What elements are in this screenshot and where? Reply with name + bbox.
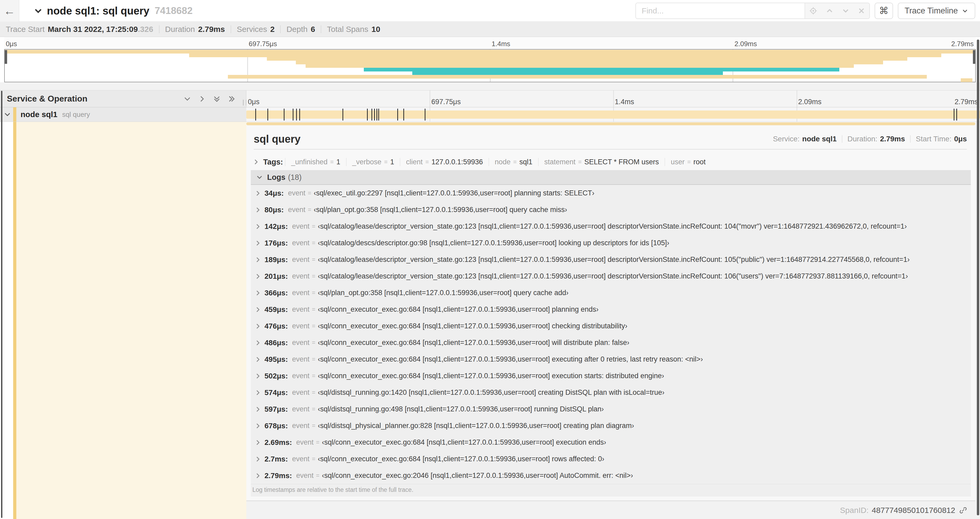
log-timestamp: 597μs:	[264, 405, 288, 414]
collapse-one-chevron-down-icon[interactable]	[183, 95, 191, 103]
log-timestamp: 678μs:	[264, 422, 288, 430]
log-timestamp: 2.79ms:	[264, 471, 292, 480]
service-color-stripe	[13, 107, 16, 121]
log-row[interactable]: 486μs:event=‹sql/conn_executor_exec.go:6…	[251, 334, 971, 351]
tag-pair: _unfinished=1	[285, 158, 346, 166]
log-row[interactable]: 176μs:event=‹sql/catalog/descs/descripto…	[251, 235, 971, 251]
collapse-all-double-chevron-down-icon[interactable]	[213, 95, 221, 103]
row-collapse-chevron-down-icon[interactable]	[4, 111, 11, 118]
minimap-canvas[interactable]	[4, 49, 976, 82]
log-expand-chevron-right-icon[interactable]	[255, 206, 261, 213]
equals-sign: =	[312, 455, 315, 463]
trace-view-dropdown[interactable]: Trace Timeline	[898, 3, 975, 19]
summary-value: 10	[371, 25, 380, 34]
log-row[interactable]: 678μs:event=‹sql/distsql_physical_planne…	[251, 417, 971, 434]
expand-one-chevron-right-icon[interactable]	[198, 95, 206, 103]
log-expand-chevron-right-icon[interactable]	[255, 339, 261, 346]
tag-value: root	[694, 158, 706, 166]
column-resize-handle[interactable]	[243, 100, 247, 105]
log-field-key: event	[292, 405, 310, 413]
find-next-chevron-down-icon[interactable]	[842, 7, 850, 14]
collapse-all-chevron-down-icon[interactable]	[34, 6, 43, 15]
log-row[interactable]: 201μs:event=‹sql/catalog/lease/descripto…	[251, 268, 971, 284]
log-row[interactable]: 142μs:event=‹sql/catalog/lease/descripto…	[251, 218, 971, 235]
span-duration-bar[interactable]	[246, 110, 980, 119]
log-field-key: event	[292, 388, 310, 397]
log-row[interactable]: 366μs:event=‹sql/plan_opt.go:358 [nsql1,…	[251, 284, 971, 301]
log-field-value: ‹sql/conn_executor_exec.go:684 [nsql1,cl…	[318, 372, 664, 380]
log-expand-chevron-right-icon[interactable]	[255, 240, 261, 247]
ruler-tick-label: 2.79ms	[951, 40, 974, 48]
service-operation-header: Service & Operation	[0, 91, 246, 107]
log-field-value: ‹sql/conn_executor_exec.go:684 [nsql1,cl…	[318, 305, 598, 313]
log-row[interactable]: 459μs:event=‹sql/conn_executor_exec.go:6…	[251, 301, 971, 318]
tag-pair: node=sql1	[489, 158, 538, 166]
locate-icon[interactable]	[809, 7, 817, 15]
log-timestamp: 476μs:	[264, 322, 288, 331]
minimap-right-drag-handle[interactable]	[973, 50, 975, 64]
log-expand-chevron-right-icon[interactable]	[255, 373, 261, 380]
log-expand-chevron-right-icon[interactable]	[255, 389, 261, 396]
summary-value: 6	[311, 25, 315, 34]
log-field-key: event	[288, 206, 305, 214]
divider	[159, 25, 159, 33]
equals-sign: =	[308, 206, 311, 213]
equals-sign: =	[312, 240, 315, 247]
log-expand-chevron-right-icon[interactable]	[255, 273, 261, 280]
log-expand-chevron-right-icon[interactable]	[255, 223, 261, 230]
log-expand-chevron-right-icon[interactable]	[255, 256, 261, 263]
log-field-key: event	[288, 189, 305, 197]
log-expand-chevron-right-icon[interactable]	[255, 439, 261, 446]
topbar-actions: ⌘ Trace Timeline	[635, 3, 975, 19]
meta-label: Service:	[773, 135, 800, 143]
tags-expand-chevron-right-icon[interactable]	[253, 158, 259, 165]
equals-sign: =	[316, 472, 319, 479]
log-row[interactable]: 574μs:event=‹sql/distsql_running.go:1420…	[251, 384, 971, 401]
log-expand-chevron-right-icon[interactable]	[255, 306, 261, 313]
find-prev-chevron-up-icon[interactable]	[826, 7, 833, 14]
log-expand-chevron-right-icon[interactable]	[255, 423, 261, 430]
tags-row[interactable]: Tags:_unfinished=1_verbose=1client=127.0…	[253, 156, 711, 168]
log-field-value: ‹sql/conn_executor_exec.go:684 [nsql1,cl…	[318, 455, 605, 463]
keyboard-shortcuts-button[interactable]: ⌘	[875, 3, 893, 19]
summary-label: Services	[237, 25, 267, 34]
span-row-node-sql1[interactable]: node sql1 sql query	[0, 107, 980, 122]
log-expand-chevron-right-icon[interactable]	[255, 356, 261, 363]
log-row[interactable]: 2.7ms:event=‹sql/conn_executor_exec.go:6…	[251, 451, 971, 467]
left-scrollbar-thumb[interactable]	[1, 91, 2, 518]
minimap-left-drag-handle[interactable]	[5, 50, 7, 64]
logs-header[interactable]: Logs (18)	[251, 170, 971, 185]
log-row[interactable]: 189μs:event=‹sql/catalog/lease/descripto…	[251, 251, 971, 268]
operation-name: sql query	[62, 110, 90, 119]
log-timestamp: 459μs:	[264, 305, 288, 314]
back-button[interactable]: ←	[0, 0, 19, 22]
find-clear-close-icon[interactable]	[858, 7, 865, 14]
log-row[interactable]: 2.69ms:event=‹sql/conn_executor_exec.go:…	[251, 434, 971, 451]
log-expand-chevron-right-icon[interactable]	[255, 190, 261, 197]
tag-pair: _verbose=1	[346, 158, 400, 166]
log-timestamp: 495μs:	[264, 355, 288, 364]
find-input[interactable]	[636, 3, 805, 18]
log-expand-chevron-right-icon[interactable]	[255, 289, 261, 296]
equals-sign: =	[312, 356, 315, 363]
log-expand-chevron-right-icon[interactable]	[255, 456, 261, 463]
service-name: node sql1	[21, 110, 57, 119]
log-row[interactable]: 597μs:event=‹sql/distsql_running.go:498 …	[251, 401, 971, 417]
log-expand-chevron-right-icon[interactable]	[255, 406, 261, 413]
deep-link-icon[interactable]	[959, 506, 967, 514]
right-scrollbar-thumb[interactable]	[977, 40, 979, 515]
log-field-value: ‹sql/distsql_running.go:498 [nsql1,clien…	[318, 405, 604, 413]
log-expand-chevron-right-icon[interactable]	[255, 472, 261, 479]
log-row[interactable]: 502μs:event=‹sql/conn_executor_exec.go:6…	[251, 367, 971, 384]
tag-pair: user=root	[665, 158, 711, 166]
log-field-value: ‹sql/exec_util.go:2297 [nsql1,client=127…	[314, 189, 595, 197]
expand-all-double-chevron-right-icon[interactable]	[228, 95, 235, 103]
log-row[interactable]: 2.79ms:event=‹sql/conn_executor_exec.go:…	[251, 467, 971, 484]
log-timestamp: 502μs:	[264, 372, 288, 380]
log-marker-tick	[342, 109, 343, 121]
log-row[interactable]: 495μs:event=‹sql/conn_executor_exec.go:6…	[251, 351, 971, 367]
log-row[interactable]: 34μs:event=‹sql/exec_util.go:2297 [nsql1…	[251, 185, 971, 201]
log-expand-chevron-right-icon[interactable]	[255, 323, 261, 330]
log-row[interactable]: 80μs:event=‹sql/plan_opt.go:358 [nsql1,c…	[251, 201, 971, 218]
log-row[interactable]: 476μs:event=‹sql/conn_executor_exec.go:6…	[251, 318, 971, 334]
